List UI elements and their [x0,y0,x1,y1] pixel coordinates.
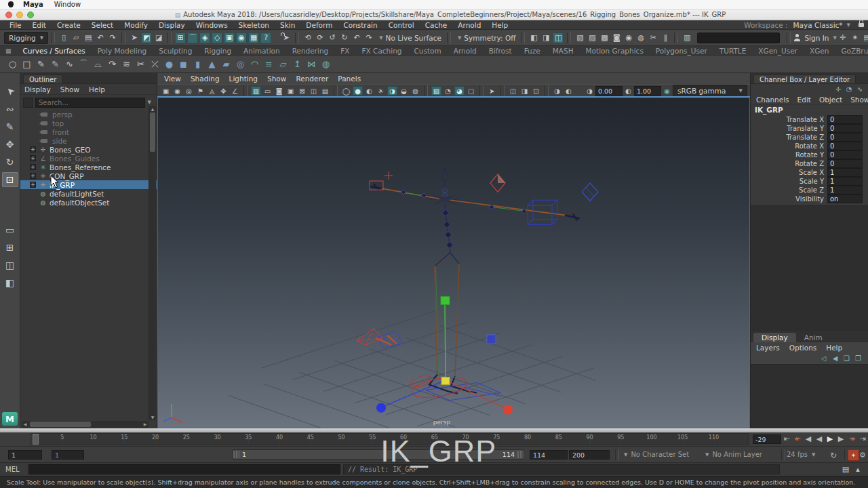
animation-preferences-icon[interactable]: ⚙ [859,451,866,460]
ipr-render-icon[interactable]: ▨ [587,33,597,43]
expand-toggle-icon[interactable]: + [30,164,36,170]
snap-options-icon[interactable]: ? [260,33,271,43]
planar-icon[interactable]: ▱ [277,58,290,71]
two-pane-icon[interactable]: ◨ [540,33,551,43]
film-gate-icon[interactable]: ▭ [262,86,273,96]
range-start-handle[interactable] [233,451,239,458]
go-to-end-icon[interactable]: ⇥ [858,434,867,444]
outliner-item-top[interactable]: top [20,119,157,127]
outliner-item-bones-guides[interactable]: +∠Bones_Guides [20,154,157,163]
single-pane-icon[interactable]: ◧ [528,33,539,43]
current-time-field[interactable] [753,434,781,444]
no-construction-history-icon[interactable]: ↻ [339,33,350,43]
channel-box-tab[interactable]: Channel Box / Layer Editor [753,75,856,83]
anim-curve-icon[interactable]: ∿ [855,85,865,94]
shelf-tab-bifrost[interactable]: Bifrost [483,47,518,55]
outliner-item-persp[interactable]: persp [20,110,157,119]
shelf-tab-turtle[interactable]: TURTLE [713,47,753,55]
textured-icon[interactable]: ◐ [364,86,374,96]
focus-selected-camera-icon[interactable]: ▣ [161,86,171,96]
layout-two-pane-icon[interactable]: ◫ [2,258,18,272]
outliner-menu-show[interactable]: Show [60,85,79,94]
anim-layer-dropdown[interactable]: ▼No Anim Layer [705,451,762,458]
paint-selection-tool-icon[interactable]: ✎ [2,119,18,134]
input-connections-icon[interactable]: ⟲ [302,33,313,43]
nurbs-torus-icon[interactable]: ◎ [234,58,247,71]
channel-attr-rotate-z-field[interactable] [827,159,863,168]
layer-tab-anim[interactable]: Anim [796,333,831,342]
scroll-up-icon[interactable]: ▲ [149,106,156,112]
use-all-lights-icon[interactable]: ☀ [376,86,386,96]
layout-four-pane-icon[interactable]: ⊞ [2,240,18,255]
workspace-dropdown[interactable]: Maya Classic*▼ [793,21,850,29]
playback-loop-icon[interactable]: ↻ [830,451,837,460]
safe-action-icon[interactable]: ◫ [309,86,319,96]
arc-3pt-icon[interactable]: ⌓ [92,58,104,71]
shelf-tab-animation[interactable]: Animation [237,47,286,55]
toon-shader-icon[interactable]: ◉ [623,33,634,43]
pause-viewport-icon[interactable]: ‖ [660,33,671,43]
content-browser-icon[interactable]: ▥ [682,33,692,43]
range-end-handle[interactable] [517,451,524,458]
script-editor-icon[interactable]: ▤ [840,464,851,475]
channel-box-menu-show[interactable]: Show [850,96,868,104]
outliner-item-ik-grp[interactable]: +✛IK_GRP [20,180,157,189]
menu-help[interactable]: Help [486,21,513,29]
outliner-menu-display[interactable]: Display [24,85,51,94]
step-back-key-icon[interactable]: ↞ [793,434,802,444]
command-input[interactable] [28,464,340,474]
symmetry-dropdown[interactable]: Symmetry: Off [461,34,518,42]
nurbs-cone-icon[interactable]: ▲ [205,58,218,71]
shelf-menu-icon[interactable]: ▦ [5,47,12,54]
arc-2pt-icon[interactable]: ⌒ [77,58,90,71]
image-plane-icon[interactable]: ◬ [207,86,217,96]
render-sequence-icon[interactable]: ▩ [599,33,610,43]
history-rewind-icon[interactable]: ↶ [351,33,362,43]
layer-menu-layers[interactable]: Layers [756,344,780,352]
viewport-3d-canvas[interactable]: persp [157,96,750,428]
shelf-tab-mash[interactable]: MASH [547,47,580,55]
rotate-tool-icon[interactable]: ↻ [2,155,18,169]
select-by-object-icon[interactable]: ◩ [141,33,152,43]
expand-toggle-icon[interactable]: + [30,146,36,152]
shelf-tab-xgen[interactable]: XGen [804,47,835,55]
menu-file[interactable]: File [4,21,27,29]
channel-attr-scale-x-field[interactable] [827,168,863,177]
nurbs-cube-icon[interactable]: ◼ [177,58,190,71]
nurbs-sphere-icon[interactable]: ● [163,58,176,71]
pane-layout-a-icon[interactable]: ◫ [508,86,518,96]
nurbs-cylinder-icon[interactable]: ▮ [191,58,204,71]
joint-display-icon[interactable]: ∠ [230,86,240,96]
outliner-tab[interactable]: Outliner [23,75,62,83]
channel-attr-scale-z-field[interactable] [827,186,863,195]
lasso-select-tool-icon[interactable]: ∾ [2,102,18,117]
playback-start-field[interactable] [52,450,84,460]
cv-curve-tool-icon[interactable]: ✎ [49,58,62,71]
select-by-component-icon[interactable]: ◪ [153,33,164,43]
zoom-button[interactable] [27,12,34,18]
shelf-tab-gozbrush[interactable]: GoZBrush [835,47,868,55]
exposure-icon[interactable]: ◑ [552,86,562,96]
menu-modify[interactable]: Modify [119,21,153,29]
viewport-menu-renderer[interactable]: Renderer [296,75,328,83]
shelf-tab-arnold[interactable]: Arnold [448,47,483,55]
birail-icon[interactable]: ⋈ [305,58,318,71]
outliner-item-front[interactable]: front [20,127,157,136]
nurbs-plane-icon[interactable]: ▰ [220,58,233,71]
menu-windows[interactable]: Windows [191,21,233,29]
channel-attr-scale-y-field[interactable] [827,177,863,186]
layer-tab-display[interactable]: Display [753,333,796,342]
color-managed-icon[interactable]: ◉ [662,86,672,96]
outliner-menu-help[interactable]: Help [89,85,105,94]
menu-edit[interactable]: Edit [27,21,52,29]
exposure-icon[interactable]: ◑ [585,86,595,96]
shelf-tab-rigging[interactable]: Rigging [198,47,237,55]
outliner-item-con-grp[interactable]: +✛CON_GRP [20,171,157,180]
channel-attr-rotate-y-field[interactable] [827,150,863,159]
move-tool-icon[interactable]: ✥ [2,137,18,152]
field-chart-icon[interactable]: ⊠ [297,86,307,96]
xray-joints-icon[interactable]: ▢ [466,86,476,96]
status-search-field[interactable] [697,33,780,43]
shelf-tab-fx[interactable]: FX [334,47,355,55]
shelf-tab-polygons-user[interactable]: Polygons_User [650,47,713,55]
